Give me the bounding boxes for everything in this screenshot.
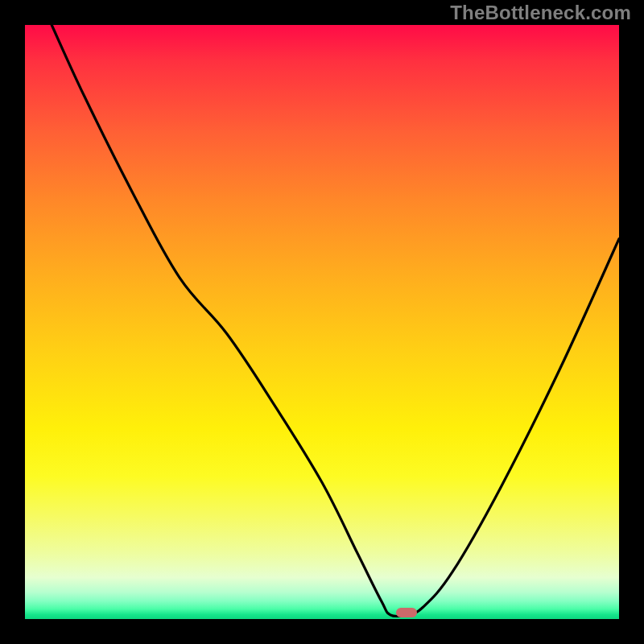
plot-area: [25, 25, 619, 619]
optimal-marker: [396, 608, 417, 617]
watermark-text: TheBottleneck.com: [450, 2, 631, 24]
chart-frame: TheBottleneck.com: [0, 0, 644, 644]
bottleneck-curve: [25, 25, 619, 619]
